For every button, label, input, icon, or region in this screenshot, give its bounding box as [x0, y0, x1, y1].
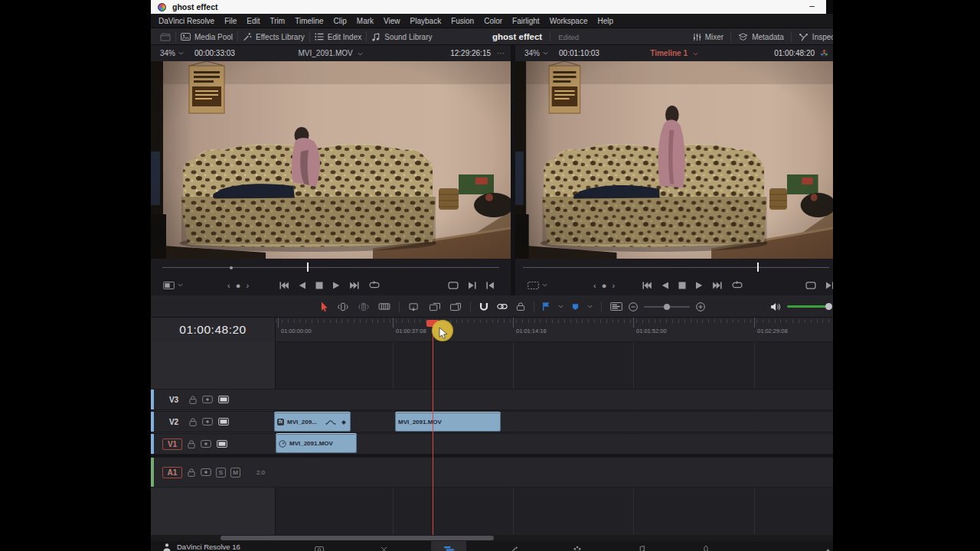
- play-from-in-button[interactable]: [486, 282, 494, 289]
- edit-index-button[interactable]: Edit Index: [315, 33, 361, 41]
- marker-dropdown-icon[interactable]: [587, 305, 593, 308]
- menu-edit[interactable]: Edit: [247, 17, 260, 25]
- color-wheel-icon[interactable]: [820, 49, 828, 57]
- menu-fusion[interactable]: Fusion: [451, 17, 474, 25]
- go-to-last-frame-button[interactable]: [713, 282, 722, 289]
- play-to-out-button[interactable]: [469, 282, 476, 289]
- menu-view[interactable]: View: [384, 17, 400, 25]
- maximize-button[interactable]: [826, 0, 833, 14]
- page-fusion-button[interactable]: [510, 543, 518, 551]
- dynamic-trim-mode-tool[interactable]: [358, 302, 370, 311]
- metadata-button[interactable]: Metadata: [738, 33, 784, 41]
- effects-library-button[interactable]: Effects Library: [243, 32, 305, 41]
- lock-icon[interactable]: [189, 396, 197, 404]
- lock-icon[interactable]: [188, 440, 195, 448]
- trim-edit-mode-tool[interactable]: [337, 302, 349, 311]
- page-media-button[interactable]: [315, 543, 324, 551]
- selection-mode-tool[interactable]: [321, 302, 328, 311]
- menu-davinci-resolve[interactable]: DaVinci Resolve: [158, 17, 214, 25]
- zoom-in-button[interactable]: [696, 302, 705, 311]
- menu-clip[interactable]: Clip: [334, 17, 347, 25]
- minimize-button[interactable]: –: [809, 0, 815, 12]
- timeline-playhead[interactable]: [433, 321, 433, 535]
- play-reverse-button[interactable]: [662, 282, 668, 289]
- timeline-view-options-button[interactable]: [610, 302, 622, 311]
- stop-button[interactable]: [315, 282, 323, 289]
- menu-timeline[interactable]: Timeline: [295, 17, 323, 25]
- mixer-button[interactable]: Mixer: [693, 33, 724, 41]
- source-scrubber[interactable]: [151, 259, 511, 275]
- menu-trim[interactable]: Trim: [270, 17, 286, 25]
- timeline-clip-v2[interactable]: MVI_2091.MOV: [395, 412, 501, 432]
- timeline-zoom-dropdown[interactable]: 34%: [524, 49, 540, 57]
- audio-mute-icon[interactable]: [771, 303, 781, 311]
- go-to-first-frame-button[interactable]: [642, 282, 652, 289]
- play-button[interactable]: [696, 282, 703, 289]
- track-name-v3[interactable]: V3: [164, 396, 184, 404]
- scrollbar-thumb[interactable]: [220, 536, 494, 540]
- page-deliver-button[interactable]: [702, 543, 710, 551]
- clapper-icon[interactable]: [160, 33, 171, 41]
- menu-playback[interactable]: Playback: [410, 17, 442, 25]
- track-enable-icon[interactable]: [217, 440, 227, 448]
- timeline-ruler[interactable]: [276, 318, 833, 342]
- track-enable-icon[interactable]: [218, 418, 229, 425]
- snapping-toggle[interactable]: [479, 302, 488, 311]
- loop-button[interactable]: [369, 281, 380, 289]
- page-edit-button[interactable]: [444, 543, 454, 551]
- replace-clip-button[interactable]: [449, 302, 462, 311]
- auto-select-icon[interactable]: [201, 440, 211, 448]
- track-name-v1[interactable]: V1: [162, 439, 182, 450]
- jog-control[interactable]: ‹ ● ›: [227, 281, 250, 290]
- page-cut-button[interactable]: [380, 543, 389, 551]
- menu-workspace[interactable]: Workspace: [550, 17, 588, 25]
- position-lock-toggle[interactable]: [516, 302, 525, 311]
- timeline-clip-v2-fx[interactable]: fx MVI_209...: [274, 412, 351, 432]
- track-enable-icon[interactable]: [218, 396, 229, 403]
- media-pool-button[interactable]: Media Pool: [181, 33, 233, 41]
- marker-button[interactable]: [572, 303, 579, 311]
- track-name-a1[interactable]: A1: [162, 467, 182, 478]
- linked-selection-toggle[interactable]: [497, 303, 508, 310]
- viewer-mode-icon[interactable]: [163, 282, 175, 289]
- auto-select-icon[interactable]: [202, 418, 213, 425]
- auto-select-icon[interactable]: [201, 468, 211, 476]
- timeline-zoom-slider[interactable]: [644, 306, 690, 308]
- timeline-scrubber[interactable]: [515, 259, 833, 275]
- menu-fairlight[interactable]: Fairlight: [512, 17, 540, 25]
- flag-dropdown-icon[interactable]: [558, 305, 564, 308]
- menu-file[interactable]: File: [224, 17, 237, 25]
- volume-slider[interactable]: [787, 305, 831, 308]
- chevron-down-icon[interactable]: [543, 51, 548, 55]
- user-icon[interactable]: [163, 543, 171, 551]
- inspector-button[interactable]: Inspector: [799, 33, 833, 41]
- insert-clip-button[interactable]: [408, 302, 420, 311]
- menu-help[interactable]: Help: [597, 17, 613, 25]
- chevron-down-icon[interactable]: [542, 283, 547, 287]
- go-to-first-frame-button[interactable]: [279, 282, 289, 289]
- menu-mark[interactable]: Mark: [357, 17, 374, 25]
- stop-button[interactable]: [678, 282, 686, 289]
- timeline-clip-v1[interactable]: MVI_2091.MOV: [276, 433, 357, 453]
- loop-button[interactable]: [732, 281, 743, 289]
- auto-select-icon[interactable]: [202, 396, 213, 403]
- play-to-out-button[interactable]: [826, 282, 833, 289]
- scrubber-playhead[interactable]: [757, 262, 759, 272]
- scrubber-playhead[interactable]: [307, 262, 309, 272]
- lock-icon[interactable]: [188, 468, 195, 477]
- track-name-v2[interactable]: V2: [164, 418, 184, 426]
- chevron-down-icon[interactable]: [178, 51, 184, 55]
- overwrite-clip-button[interactable]: [429, 302, 441, 311]
- jog-control[interactable]: ‹ ● ›: [593, 281, 616, 290]
- flag-button[interactable]: [543, 302, 550, 311]
- mute-button[interactable]: M: [230, 468, 240, 478]
- page-color-button[interactable]: [573, 543, 581, 551]
- page-fairlight-button[interactable]: [638, 543, 645, 551]
- sound-library-button[interactable]: Sound Library: [371, 33, 432, 41]
- go-to-last-frame-button[interactable]: [350, 282, 359, 289]
- viewer-overflow-menu[interactable]: ···: [497, 49, 505, 57]
- lock-icon[interactable]: [189, 418, 197, 426]
- match-frame-button[interactable]: [448, 282, 459, 289]
- chevron-down-icon[interactable]: [178, 283, 183, 287]
- play-reverse-button[interactable]: [299, 282, 305, 289]
